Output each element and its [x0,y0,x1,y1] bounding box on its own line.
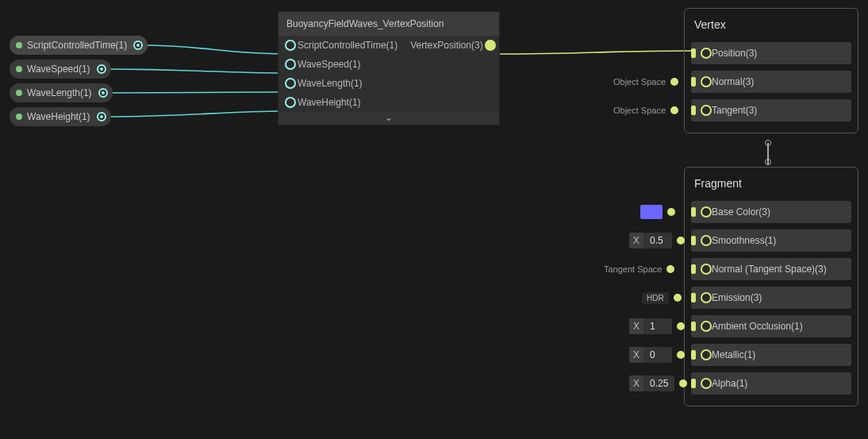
param-pill-scriptcontrolledtime[interactable]: ScriptControlledTime(1) [10,36,148,55]
node-input-port[interactable]: WaveSpeed(1) [278,55,404,74]
slot-handle-icon[interactable] [691,379,696,388]
slot-row-metallic[interactable]: X0 Metallic(1) [691,342,851,368]
slot-row-tangent[interactable]: Object Space Tangent(3) [691,98,851,123]
block-link-icon [765,140,771,168]
slot-row-emission[interactable]: HDR Emission(3) [691,285,851,310]
pill-label: ScriptControlledTime(1) [27,40,127,51]
slot-row-normal-ts[interactable]: Tangent Space Normal (Tangent Space)(3) [691,256,851,282]
slot-label: Normal(3) [712,76,754,87]
slot-label: Smoothness(1) [712,235,776,246]
node-input-port[interactable]: ScriptControlledTime(1) [278,36,404,55]
slot-label: Emission(3) [712,292,762,303]
connector-dot-icon [679,379,687,387]
output-port-icon[interactable] [97,64,106,74]
connector-dot-icon [674,294,682,302]
slot-handle-icon[interactable] [691,264,696,274]
pill-label: WaveHeight(1) [27,111,90,122]
node-title[interactable]: BuoyancyFieldWaves_VertexPosition [278,12,499,36]
slot-handle-icon[interactable] [691,48,696,58]
pill-label: WaveSpeed(1) [27,64,90,75]
float-input[interactable]: X0 [629,347,672,363]
pill-label: WaveLength(1) [27,87,92,98]
float-input[interactable]: X0.5 [629,233,672,248]
slot-label: Tangent(3) [712,105,757,116]
slot-label: Alpha(1) [712,378,747,389]
output-port-icon[interactable] [98,88,108,98]
hdr-badge[interactable]: HDR [642,292,669,304]
subgraph-node[interactable]: BuoyancyFieldWaves_VertexPosition Script… [278,11,500,125]
connector-dot-icon [677,322,685,330]
slot-label: Normal (Tangent Space)(3) [712,264,827,275]
slot-handle-icon[interactable] [691,236,696,245]
block-title: Fragment [691,174,851,196]
float-input[interactable]: X1 [629,318,672,334]
param-pill-wavelength[interactable]: WaveLength(1) [10,83,113,102]
slot-row-ao[interactable]: X1 Ambient Occlusion(1) [691,314,851,339]
param-pill-wavespeed[interactable]: WaveSpeed(1) [10,60,111,79]
slot-row-normal[interactable]: Object Space Normal(3) [691,69,851,94]
slot-row-alpha[interactable]: X0.25 Alpha(1) [691,371,851,396]
output-port-icon[interactable] [97,112,106,121]
connector-dot-icon [677,351,685,359]
connector-dot-icon [677,237,685,245]
float-input[interactable]: X0.25 [629,375,674,391]
type-dot-icon [16,90,22,96]
output-port-icon[interactable] [133,40,143,50]
slot-handle-icon[interactable] [691,77,696,87]
type-dot-icon [16,66,22,72]
vertex-block[interactable]: Vertex Position(3) Object Space Normal(3… [684,8,858,133]
node-output-port[interactable]: VertexPosition(3) [404,36,501,55]
space-label: Object Space [613,77,666,87]
space-label: Object Space [613,106,666,115]
connector-dot-icon [670,106,678,114]
slot-handle-icon[interactable] [691,293,696,302]
param-pill-waveheight[interactable]: WaveHeight(1) [10,107,111,126]
slot-handle-icon[interactable] [691,350,696,360]
fragment-block[interactable]: Fragment Base Color(3) X0.5 Smoothness(1… [684,167,858,406]
type-dot-icon [16,42,22,48]
slot-handle-icon[interactable] [691,207,696,217]
slot-label: Base Color(3) [712,206,770,218]
slot-label: Metallic(1) [712,349,755,360]
slot-handle-icon[interactable] [691,322,696,331]
type-dot-icon [16,114,22,120]
space-label: Tangent Space [604,264,662,274]
node-input-port[interactable]: WaveHeight(1) [278,93,404,112]
color-swatch[interactable] [640,205,663,219]
slot-label: Ambient Occlusion(1) [712,321,803,332]
node-input-port[interactable]: WaveLength(1) [278,74,404,93]
slot-label: Position(3) [712,48,757,59]
expand-chevron-icon[interactable]: ⌄ [278,112,499,125]
slot-row-position[interactable]: Position(3) [691,40,851,66]
block-title: Vertex [691,15,851,37]
connector-dot-icon [666,265,674,273]
slot-handle-icon[interactable] [691,106,696,115]
connector-dot-icon [667,208,675,216]
connector-dot-icon [670,78,678,86]
slot-row-smoothness[interactable]: X0.5 Smoothness(1) [691,228,851,253]
slot-row-basecolor[interactable]: Base Color(3) [691,199,851,225]
